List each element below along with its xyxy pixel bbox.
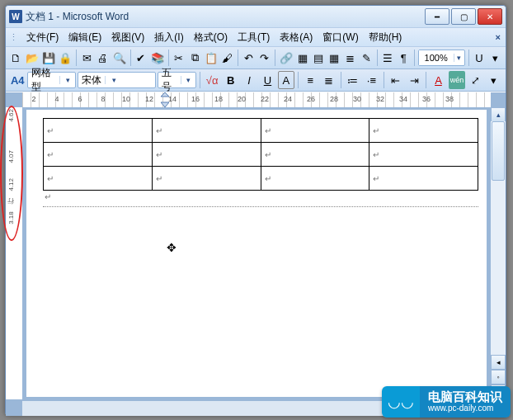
tables-borders-icon[interactable]: ▦ <box>295 49 309 67</box>
doc-map-icon[interactable]: ☰ <box>380 49 394 67</box>
indent-dec-icon[interactable]: ⇤ <box>388 71 404 89</box>
close-button[interactable]: ✕ <box>478 8 502 25</box>
app-window: W 文档 1 - Microsoft Word ━ ▢ ✕ ⋮ 文件(F) 编辑… <box>5 5 506 416</box>
close-doc-icon[interactable]: × <box>491 32 506 42</box>
menu-file[interactable]: 文件(F) <box>21 29 64 46</box>
ruler-tick: 28 <box>322 95 346 103</box>
mail-icon[interactable]: ✉ <box>80 49 94 67</box>
columns-icon[interactable]: ≣ <box>343 49 357 67</box>
align-distribute-icon[interactable]: ≣ <box>320 71 337 89</box>
browse-object-icon[interactable]: ◦ <box>491 370 506 385</box>
menu-window[interactable]: 窗口(W) <box>318 29 363 46</box>
ruler-tick: 10 <box>115 95 138 103</box>
phonetic-icon[interactable]: √α <box>204 71 220 89</box>
cut-icon[interactable]: ✂ <box>172 49 186 67</box>
style-combo[interactable]: 网格型▾ <box>27 72 76 88</box>
paste-icon[interactable]: 📋 <box>204 49 219 67</box>
new-doc-icon[interactable]: 🗋 <box>9 49 23 67</box>
zoom-dropdown-icon[interactable]: ▾ <box>454 54 464 62</box>
menu-table[interactable]: 表格(A) <box>275 29 318 46</box>
bullets-icon[interactable]: ∙≡ <box>363 71 379 89</box>
numbering-icon[interactable]: ≔ <box>345 71 361 89</box>
font-color-icon[interactable]: A <box>430 71 446 89</box>
table-cell: ↵ <box>369 119 478 143</box>
insert-table-icon[interactable]: ▤ <box>311 49 325 67</box>
font-value: 宋体 <box>78 73 105 87</box>
standard-toolbar: 🗋 📂 💾 🔒 ✉ 🖨 🔍 ✔ 📚 ✂ ⧉ 📋 🖌 ↶ ↷ 🔗 ▦ ▤ ▦ ≣ … <box>6 47 506 69</box>
copy-icon[interactable]: ⧉ <box>188 49 202 67</box>
scroll-up-icon[interactable]: ▴ <box>491 107 506 122</box>
asian-layout-icon[interactable]: wén <box>449 71 465 89</box>
page-break-line <box>43 206 478 207</box>
menu-view[interactable]: 视图(V) <box>106 29 149 46</box>
ruler-tick: 20 <box>230 95 253 103</box>
bold-button[interactable]: B <box>222 71 238 89</box>
align-left-icon[interactable]: ≡ <box>302 71 318 89</box>
undo-icon[interactable]: ↶ <box>242 49 256 67</box>
show-marks-icon[interactable]: ¶ <box>397 49 411 67</box>
permissions-icon[interactable]: 🔒 <box>58 49 73 67</box>
table-row: ↵↵↵↵ <box>44 119 478 143</box>
chevron-down-icon[interactable]: ▾ <box>105 76 122 84</box>
char-scaling-icon[interactable]: ⤢ <box>467 71 483 89</box>
menu-insert[interactable]: 插入(I) <box>149 29 188 46</box>
watermark-title: 电脑百科知识 <box>428 390 502 403</box>
document-page[interactable]: ↵↵↵↵ ↵↵↵↵ ↵↵↵↵ ↵ ✥ <box>26 109 487 398</box>
save-icon[interactable]: 💾 <box>41 49 56 67</box>
zoom-combo[interactable]: ▾ <box>418 50 465 66</box>
table-cell: ↵ <box>369 167 478 191</box>
table-cell: ↵ <box>261 119 369 143</box>
indent-marker-icon[interactable] <box>161 92 169 107</box>
hyperlink-icon[interactable]: 🔗 <box>279 49 294 67</box>
svg-marker-0 <box>161 92 169 97</box>
vertical-scrollbar[interactable]: ▴ ◂ ◦ ▸ <box>490 107 506 399</box>
watermark-badge: ◡◡ 电脑百科知识 www.pc-daily.com <box>382 386 511 418</box>
table-cell: ↵ <box>152 143 261 167</box>
zoom-input[interactable] <box>419 50 454 65</box>
table-row: ↵↵↵↵ <box>44 143 478 167</box>
workspace: 2468101214161820222426283032343638 4.62 … <box>6 92 506 416</box>
maximize-button[interactable]: ▢ <box>451 8 476 25</box>
menu-help[interactable]: 帮助(H) <box>364 29 407 46</box>
menubar-handle-icon[interactable]: ⋮ <box>9 32 18 43</box>
format-painter-icon[interactable]: 🖌 <box>220 49 234 67</box>
window-title: 文档 1 - Microsoft Word <box>26 10 129 24</box>
menu-tools[interactable]: 工具(T) <box>233 29 275 46</box>
prev-page-icon[interactable]: ◂ <box>491 355 506 370</box>
open-icon[interactable]: 📂 <box>25 49 40 67</box>
research-icon[interactable]: 📚 <box>150 49 165 67</box>
drawing-icon[interactable]: ✎ <box>359 49 373 67</box>
preview-icon[interactable]: 🔍 <box>112 49 127 67</box>
ruler-tick: 8 <box>92 95 115 103</box>
vertical-ruler[interactable]: 4.62 4.07 4.12 3.18 行 <box>6 107 23 399</box>
titlebar[interactable]: W 文档 1 - Microsoft Word ━ ▢ ✕ <box>6 6 506 27</box>
indent-inc-icon[interactable]: ⇥ <box>406 71 422 89</box>
redo-icon[interactable]: ↷ <box>257 49 271 67</box>
styles-pane-icon[interactable]: A4 <box>9 71 26 89</box>
ruler-tick: 12 <box>138 95 161 103</box>
minimize-button[interactable]: ━ <box>425 8 449 25</box>
scroll-thumb[interactable] <box>492 121 505 181</box>
table-cell: ↵ <box>369 143 478 167</box>
menu-format[interactable]: 格式(O) <box>189 29 233 46</box>
read-layout-icon[interactable]: U <box>472 49 486 67</box>
underline-button[interactable]: U <box>259 71 275 89</box>
table-cell: ↵ <box>261 143 369 167</box>
table-cell: ↵ <box>44 119 153 143</box>
char-border-icon[interactable]: A <box>278 71 294 89</box>
ruler-tick: 30 <box>346 95 369 103</box>
excel-icon[interactable]: ▦ <box>327 49 341 67</box>
chevron-down-icon[interactable]: ▾ <box>181 76 195 84</box>
size-combo[interactable]: 五号▾ <box>158 72 196 88</box>
spellcheck-icon[interactable]: ✔ <box>134 49 148 67</box>
document-table[interactable]: ↵↵↵↵ ↵↵↵↵ ↵↵↵↵ <box>43 118 478 191</box>
italic-button[interactable]: I <box>241 71 257 89</box>
font-combo[interactable]: 宋体▾ <box>78 72 155 88</box>
menu-edit[interactable]: 编辑(E) <box>64 29 106 46</box>
svg-marker-1 <box>161 102 169 107</box>
horizontal-ruler[interactable]: 2468101214161820222426283032343638 <box>22 92 491 108</box>
print-icon[interactable]: 🖨 <box>96 49 110 67</box>
toolbar-overflow-icon[interactable]: ▾ <box>486 71 502 89</box>
toolbar-overflow-icon[interactable]: ▾ <box>488 49 502 67</box>
chevron-down-icon[interactable]: ▾ <box>59 76 75 84</box>
